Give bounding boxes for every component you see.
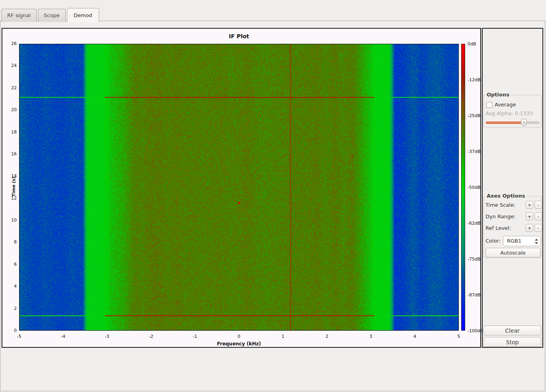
waterfall-plot-widget: IF Plot Time (s) Frequency (kHz) 0246810… — [2, 28, 481, 348]
options-group-title: Options — [485, 92, 511, 98]
colorbar-tick-label: -62dB — [468, 221, 481, 226]
x-tick-label: 3 — [363, 334, 379, 339]
y-tick-label: 12 — [3, 196, 17, 201]
color-spinbox-value: RGB1 — [507, 238, 521, 244]
dyn-range-minus-button[interactable]: - — [534, 212, 542, 220]
dyn-range-plus-button[interactable]: + — [526, 212, 533, 220]
dyn-range-label: Dyn Range: — [485, 214, 516, 220]
tab-scope[interactable]: Scope — [38, 9, 66, 22]
time-scale-minus-button[interactable]: - — [534, 201, 542, 209]
stop-button[interactable]: Stop — [483, 337, 541, 347]
y-tick-label: 8 — [3, 239, 17, 245]
color-spinbox[interactable]: RGB1 — [503, 236, 541, 246]
colorbar-tick-label: -50dB — [468, 185, 481, 190]
x-tick-label: 2 — [319, 334, 335, 339]
avg-alpha-slider[interactable] — [486, 118, 540, 126]
y-tick-label: 4 — [3, 284, 17, 289]
tab-demod[interactable]: Demod — [67, 8, 99, 22]
spinbox-arrows-icon[interactable] — [535, 238, 538, 245]
y-tick-label: 22 — [3, 85, 17, 90]
colorbar-tick-label: 0dB — [468, 41, 476, 47]
average-checkbox-label: Average — [495, 102, 516, 108]
time-scale-plus-button[interactable]: + — [526, 201, 533, 209]
x-axis-label: Frequency (kHz) — [2, 341, 476, 347]
control-panel: Options Average Avg Alpha: 0.1333 Axes O… — [482, 28, 543, 348]
y-tick-label: 0 — [3, 328, 17, 333]
ref-level-minus-button[interactable]: - — [534, 224, 542, 232]
x-tick-label: 0 — [231, 334, 247, 339]
options-group: Options Average Avg Alpha: 0.1333 — [483, 95, 542, 127]
average-checkbox[interactable] — [486, 102, 492, 108]
axes-options-group: Axes Options Time Scale: + - Dyn Range: … — [483, 196, 542, 258]
ref-level-label: Ref Level: — [485, 225, 511, 231]
x-tick-label: 4 — [407, 334, 423, 339]
slider-fill — [486, 122, 524, 124]
colorbar-tick-label: -100dB — [468, 328, 483, 333]
x-tick-label: -3 — [99, 334, 115, 339]
clear-button[interactable]: Clear — [483, 325, 541, 335]
waterfall-canvas[interactable] — [19, 44, 459, 331]
y-tick-label: 6 — [3, 262, 17, 267]
slider-handle[interactable] — [521, 119, 527, 126]
x-tick-label: 1 — [275, 334, 291, 339]
x-tick-label: 5 — [451, 334, 467, 339]
x-tick-label: -1 — [187, 334, 203, 339]
colorbar — [461, 44, 465, 331]
axes-options-group-title: Axes Options — [485, 193, 526, 199]
plot-title: IF Plot — [2, 33, 476, 39]
x-tick-label: -5 — [11, 334, 27, 339]
y-tick-label: 10 — [3, 218, 17, 223]
spin-down-icon[interactable] — [535, 242, 538, 244]
colorbar-tick-label: -12dB — [468, 77, 481, 82]
tab-rf-signal[interactable]: RF signal — [1, 9, 37, 22]
spin-up-icon[interactable] — [535, 239, 538, 241]
colorbar-tick-label: -75dB — [468, 257, 481, 262]
autoscale-button[interactable]: Autoscale — [485, 248, 540, 257]
color-label: Color: — [485, 238, 501, 244]
colorbar-tick-label: -37dB — [468, 149, 481, 154]
ref-level-plus-button[interactable]: + — [526, 224, 533, 232]
tab-bar: RF signal Scope Demod — [1, 8, 100, 22]
x-tick-label: -2 — [143, 334, 159, 339]
y-tick-label: 20 — [3, 107, 17, 112]
time-scale-label: Time Scale: — [485, 202, 515, 208]
application-window: { "tabs": [ { "label": "RF signal", "act… — [0, 0, 546, 392]
y-tick-label: 18 — [3, 129, 17, 135]
y-tick-label: 14 — [3, 173, 17, 178]
y-tick-label: 2 — [3, 306, 17, 311]
y-tick-label: 16 — [3, 151, 17, 157]
colorbar-tick-label: -25dB — [468, 113, 481, 118]
avg-alpha-value-label: Avg Alpha: 0.1333 — [485, 110, 533, 116]
colorbar-tick-label: -87dB — [468, 292, 481, 298]
y-tick-label: 26 — [3, 41, 17, 46]
x-tick-label: -4 — [55, 334, 71, 339]
y-tick-label: 24 — [3, 63, 17, 68]
